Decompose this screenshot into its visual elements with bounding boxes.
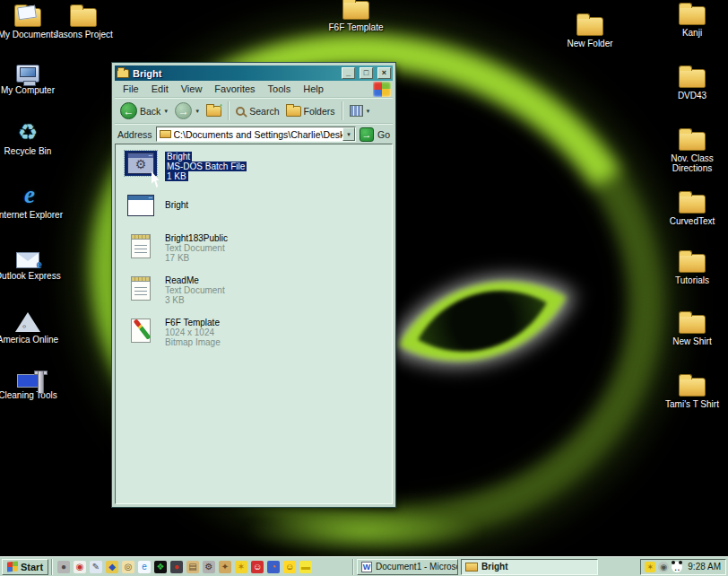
maximize-button[interactable]: □ xyxy=(360,67,373,79)
lantern-icon[interactable]: ⚙ xyxy=(203,561,215,573)
menu-view[interactable]: View xyxy=(175,82,209,96)
minimize-button[interactable]: _ xyxy=(342,67,355,79)
text-document-icon xyxy=(131,276,151,301)
menu-tools[interactable]: Tools xyxy=(262,82,298,96)
windows-flag-icon xyxy=(7,561,18,572)
media-player-icon[interactable]: ◉ xyxy=(74,561,86,573)
tray-clock: 9:28 AM xyxy=(685,562,721,572)
desktop-icon-tamis-t-shirt[interactable]: Tami's T Shirt xyxy=(659,371,725,409)
folder-icon xyxy=(465,563,478,572)
folders-icon xyxy=(286,106,301,117)
word-document-icon: W xyxy=(361,562,372,572)
views-grid-icon xyxy=(350,105,363,117)
views-button[interactable]: ▼ xyxy=(348,104,373,118)
taskbar-divider xyxy=(51,559,53,575)
folder-icon xyxy=(679,315,706,334)
desktop-icon-recycle-bin[interactable]: ♻ Recycle Bin xyxy=(0,120,61,156)
text-document-icon xyxy=(131,234,151,258)
address-combo[interactable]: C:\Documents and Settings\Charlie\Deskto… xyxy=(156,127,356,142)
back-arrow-icon: ← xyxy=(120,102,137,119)
mouse-icon[interactable]: ● xyxy=(57,561,70,573)
close-button[interactable]: × xyxy=(377,67,391,79)
shield-icon[interactable]: ◆ xyxy=(106,561,118,573)
address-value[interactable]: C:\Documents and Settings\Charlie\Deskto… xyxy=(174,129,342,140)
desktop-icon-nov-class-directions[interactable]: Nov. Class Directions xyxy=(659,126,725,173)
file-row-bright183public[interactable]: Bright183Public Text Document 17 KB xyxy=(125,232,392,263)
desktop-icon-jasons-project[interactable]: Jasons Project xyxy=(50,2,117,39)
scroll-icon[interactable]: ▤ xyxy=(186,561,199,573)
desktop-icon-cleaning-tools[interactable]: Cleaning Tools xyxy=(0,366,61,400)
menu-bar: File Edit View Favorites Tools Help xyxy=(115,81,393,98)
back-button[interactable]: ← Back ▼ xyxy=(118,101,170,120)
system-file-icon xyxy=(127,195,154,216)
file-row-f6f-template[interactable]: F6F Template 1024 x 1024 Bitmap Image xyxy=(125,317,392,347)
menu-favorites[interactable]: Favorites xyxy=(208,82,261,96)
search-button[interactable]: Search xyxy=(234,105,281,118)
folder-icon xyxy=(679,378,706,397)
menu-help[interactable]: Help xyxy=(297,82,330,96)
computer-icon xyxy=(16,65,39,83)
desktop-icon-f6f-template[interactable]: F6F Template xyxy=(323,0,389,32)
taskbar-button-document1[interactable]: W Document1 - Microsoft... xyxy=(357,559,458,575)
file-row-bright-system[interactable]: Bright xyxy=(125,193,392,218)
desktop-icon-internet-explorer[interactable]: e Internet Explorer xyxy=(0,183,63,220)
parrot-icon[interactable]: ❖ xyxy=(154,561,167,573)
title-bar[interactable]: Bright _ □ × xyxy=(115,65,393,81)
emblem-icon[interactable]: ✦ xyxy=(219,561,231,573)
folder-icon xyxy=(679,195,706,214)
desktop-icon-tutorials[interactable]: Tutorials xyxy=(659,248,725,285)
internet-explorer-icon: e xyxy=(24,183,35,207)
glove-icon[interactable]: ✶ xyxy=(645,562,655,572)
chevron-down-icon: ▼ xyxy=(195,109,200,114)
start-button[interactable]: Start xyxy=(2,559,48,575)
folder-icon xyxy=(342,1,369,20)
aol-pyramid-icon xyxy=(15,312,40,332)
address-dropdown-button[interactable]: ▼ xyxy=(342,127,355,141)
file-list[interactable]: ⚙ Bright MS-DOS Batch File 1 KB Bright B… xyxy=(115,144,393,504)
bitmap-image-icon xyxy=(131,319,151,343)
recycle-bin-icon: ♻ xyxy=(18,120,38,144)
folder-icon xyxy=(679,69,706,88)
file-row-bright-batch[interactable]: ⚙ Bright MS-DOS Batch File 1 KB xyxy=(125,151,392,181)
desktop-icon-kanji[interactable]: Kanji xyxy=(659,0,725,38)
winzip-vise-icon xyxy=(17,374,39,388)
desktop-icon-new-shirt[interactable]: New Shirt xyxy=(659,309,725,346)
windows-logo-icon xyxy=(373,82,391,97)
banana-icon[interactable]: ▬ xyxy=(299,561,312,573)
desktop-icon-dvd43[interactable]: DVD43 xyxy=(659,63,725,100)
taskbar-button-bright[interactable]: Bright xyxy=(461,559,598,575)
firefox-icon[interactable]: ◔ xyxy=(267,561,280,573)
internet-explorer-icon[interactable]: e xyxy=(138,561,151,573)
search-icon[interactable]: ◎ xyxy=(122,561,134,573)
window-title: Bright xyxy=(133,68,337,79)
panda-icon[interactable] xyxy=(672,562,682,572)
smiley-icon[interactable]: ☺ xyxy=(283,561,296,573)
desktop-icon-outlook-express[interactable]: Outlook Express xyxy=(0,246,61,281)
open-folder-icon xyxy=(14,8,41,27)
desktop-icon-america-online[interactable]: America Online xyxy=(0,307,61,345)
taskbar-divider xyxy=(352,559,354,575)
notepad-icon[interactable]: ✎ xyxy=(90,561,102,573)
desktop-icon-curvedtext[interactable]: CurvedText xyxy=(659,188,725,226)
folder-icon xyxy=(679,254,706,273)
mario-icon[interactable]: ☺ xyxy=(251,561,264,573)
desktop-icon-new-folder[interactable]: New Folder xyxy=(557,11,623,48)
menu-edit[interactable]: Edit xyxy=(145,82,175,96)
up-button[interactable]: ↑ xyxy=(204,105,223,118)
glove-icon[interactable]: ✶ xyxy=(235,561,247,573)
go-label: Go xyxy=(377,129,390,140)
forward-button[interactable]: → ▼ xyxy=(173,101,202,120)
folder-icon xyxy=(679,6,706,25)
folders-button[interactable]: Folders xyxy=(284,105,337,118)
taskbar: Start ●◉✎◆◎e❖●▤⚙✦✶☺◔☺▬ W Document1 - Mic… xyxy=(0,556,728,576)
go-button[interactable]: → xyxy=(360,127,374,142)
toolbar: ← Back ▼ → ▼ ↑ Search Folders ▼ xyxy=(115,98,393,124)
volume-icon[interactable]: ◉ xyxy=(658,562,669,572)
file-row-readme[interactable]: ReadMe Text Document 3 KB xyxy=(125,275,392,305)
alien-chin-glow xyxy=(242,508,484,554)
desktop-icon-my-computer[interactable]: My Computer xyxy=(0,59,61,95)
menu-file[interactable]: File xyxy=(117,82,145,96)
bomb-icon[interactable]: ● xyxy=(170,561,183,573)
chevron-down-icon: ▼ xyxy=(366,109,371,114)
explorer-window: Bright _ □ × File Edit View Favorites To… xyxy=(112,63,395,507)
